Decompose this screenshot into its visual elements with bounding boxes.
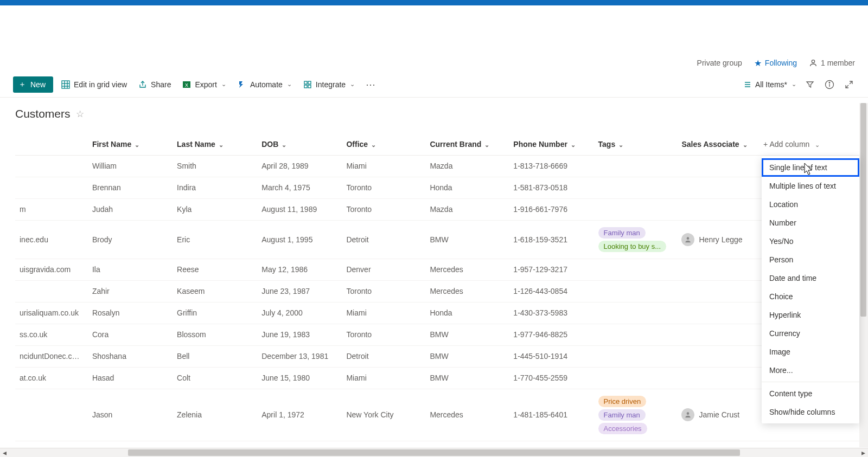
new-button[interactable]: ＋ New (13, 76, 53, 93)
grid-icon (61, 80, 71, 89)
tags-cell (594, 198, 678, 220)
integrate-icon (303, 80, 312, 89)
table-row[interactable]: inec.eduBrodyEricAugust 1, 1995DetroitBM… (15, 220, 868, 259)
table-row[interactable]: urisaliquam.co.ukRosalynGriffinJuly 4, 2… (15, 302, 868, 324)
last-name-cell: Zelenia (173, 389, 257, 441)
col-tags[interactable]: Tags⌄ (594, 133, 678, 155)
assoc-name: Jamie Crust (699, 410, 739, 419)
col-first-name[interactable]: First Name⌄ (88, 133, 173, 155)
following-label: Following (765, 59, 797, 67)
tags-cell: Price drivenFamily manAccessories (594, 389, 678, 441)
column-type-option[interactable]: Person (762, 250, 859, 269)
automate-button[interactable]: Automate ⌄ (234, 78, 295, 92)
column-type-option[interactable]: Single line of text (762, 158, 859, 177)
table-row[interactable]: JasonZeleniaApril 1, 1972New York CityMe… (15, 389, 868, 441)
table-row[interactable]: uisgravida.comIlaReeseMay 12, 1986Denver… (15, 259, 868, 280)
brand-cell: BMW (425, 345, 509, 367)
filter-button[interactable] (804, 79, 816, 91)
column-type-option[interactable]: Content type (762, 384, 859, 403)
automate-label: Automate (250, 80, 283, 89)
col-office[interactable]: Office⌄ (342, 133, 425, 155)
favorite-star-button[interactable]: ☆ (76, 108, 84, 120)
email-cell: ss.co.uk (15, 324, 88, 345)
members-link[interactable]: 1 member (809, 59, 855, 67)
column-type-option[interactable]: Number (762, 214, 859, 232)
add-col-label: Add column (769, 140, 809, 149)
first-name-cell: Shoshana (88, 345, 173, 367)
column-type-option[interactable]: More... (762, 361, 859, 379)
table-row[interactable]: ZahirKaseemJune 23, 1987TorontoMercedes1… (15, 280, 868, 302)
col-dob[interactable]: DOB⌄ (257, 133, 342, 155)
column-type-option[interactable]: Date and time (762, 269, 859, 287)
more-actions-button[interactable]: ⋯ (362, 78, 379, 92)
brand-cell: Mercedes (425, 389, 509, 441)
table-row[interactable]: WilliamSmithApril 28, 1989MiamiMazda1-81… (15, 155, 868, 177)
brand-cell: BMW (425, 220, 509, 259)
svg-rect-10 (304, 85, 307, 88)
first-name-cell: William (88, 155, 173, 177)
col-brand[interactable]: Current Brand⌄ (425, 133, 509, 155)
col-assoc[interactable]: Sales Associate⌄ (677, 133, 759, 155)
col-email[interactable] (15, 133, 88, 155)
following-toggle[interactable]: ★ Following (754, 58, 797, 68)
integrate-button[interactable]: Integrate ⌄ (299, 78, 358, 92)
column-type-option[interactable]: Choice (762, 287, 859, 306)
svg-rect-9 (308, 81, 311, 84)
dob-cell: March 4, 1975 (257, 177, 342, 198)
col-label: Office (346, 140, 368, 149)
tag-pill: Family man (598, 409, 646, 421)
assoc-name: Henry Legge (699, 235, 742, 244)
column-type-option[interactable]: Image (762, 343, 859, 361)
view-selector[interactable]: All Items* ⌄ (743, 80, 796, 89)
assoc-cell (677, 302, 759, 324)
chevron-down-icon: ⌄ (571, 141, 576, 148)
col-phone[interactable]: Phone Number⌄ (509, 133, 593, 155)
office-cell: Toronto (342, 280, 425, 302)
table-row[interactable]: nciduntDonec.co.ukShoshanaBellDecember 1… (15, 345, 868, 367)
edit-grid-button[interactable]: Edit in grid view (58, 78, 130, 92)
office-cell: Denver (342, 259, 425, 280)
chevron-down-icon: ⌄ (815, 141, 820, 148)
svg-point-18 (687, 237, 690, 240)
first-name-cell: Judah (88, 198, 173, 220)
dob-cell: April 28, 1989 (257, 155, 342, 177)
column-type-option[interactable]: Show/hide columns (762, 403, 859, 421)
column-type-option[interactable]: Hyperlink (762, 306, 859, 324)
table-row[interactable]: at.co.ukHasadColtJune 15, 1980MiamiBMW1-… (15, 367, 868, 389)
brand-cell: BMW (425, 367, 509, 389)
flow-icon (237, 80, 247, 89)
email-cell: uisgravida.com (15, 259, 88, 280)
table-row[interactable]: ss.co.ukCoraBlossomJune 19, 1983TorontoB… (15, 324, 868, 345)
phone-cell: 1-957-129-3217 (509, 259, 593, 280)
chevron-down-icon: ⌄ (221, 81, 226, 88)
column-type-option[interactable]: Multiple lines of text (762, 177, 859, 195)
assoc-cell (677, 155, 759, 177)
expand-button[interactable] (843, 79, 855, 91)
table-row[interactable]: BrennanIndiraMarch 4, 1975TorontoHonda1-… (15, 177, 868, 198)
table-row[interactable]: mJudahKylaAugust 11, 1989TorontoMazda1-9… (15, 198, 868, 220)
person-icon (809, 59, 818, 67)
info-button[interactable] (824, 79, 835, 91)
vertical-scrollbar[interactable] (859, 103, 868, 447)
header-blank-area (0, 5, 868, 54)
dob-cell: August 1, 1995 (257, 220, 342, 259)
column-type-option[interactable]: Yes/No (762, 232, 859, 250)
svg-point-0 (812, 60, 814, 63)
first-name-cell: Hasad (88, 367, 173, 389)
add-column-button[interactable]: + Add column ⌄ (759, 133, 868, 155)
export-button[interactable]: X Export ⌄ (178, 78, 229, 92)
column-type-option[interactable]: Currency (762, 324, 859, 343)
share-button[interactable]: Share (135, 78, 174, 92)
private-group-label: Private group (697, 59, 742, 67)
col-last-name[interactable]: Last Name⌄ (173, 133, 257, 155)
list-icon (743, 80, 752, 89)
col-label: Last Name (177, 140, 215, 149)
excel-icon: X (182, 80, 192, 89)
info-icon (825, 80, 834, 89)
phone-cell: 1-581-873-0518 (509, 177, 593, 198)
column-type-option[interactable]: Location (762, 195, 859, 214)
last-name-cell: Griffin (173, 302, 257, 324)
scrollbar-thumb[interactable] (860, 103, 866, 317)
first-name-cell: Zahir (88, 280, 173, 302)
first-name-cell: Ila (88, 259, 173, 280)
